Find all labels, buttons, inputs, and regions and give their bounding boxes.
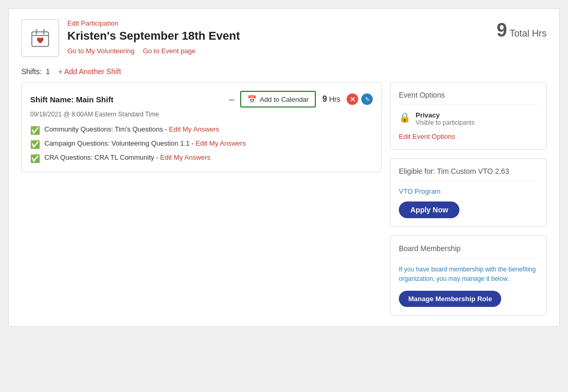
check-icon-community: ✅ — [30, 126, 40, 135]
header-text: Edit Participation Kristen's September 1… — [67, 19, 240, 55]
go-to-event-page-link[interactable]: Go to Event page — [143, 47, 196, 55]
header-links: Go to My Volunteering Go to Event page — [67, 47, 240, 55]
question-label-community: Community Questions: Tim's Questions - — [44, 125, 169, 133]
add-to-calendar-label: Add to Calendar — [259, 96, 309, 103]
shift-name: Shift Name: Main Shift — [30, 95, 222, 104]
add-to-calendar-button[interactable]: 📅 Add to Calendar — [240, 91, 316, 108]
shift-card: Shift Name: Main Shift – 📅 Add to Calend… — [21, 82, 382, 172]
question-text-campaign: Campaign Questions: Volunteering Questio… — [44, 139, 373, 147]
edit-cra-answers-link[interactable]: Edit My Answers — [160, 153, 210, 161]
event-icon-box — [21, 19, 59, 57]
edit-campaign-answers-link[interactable]: Edit My Answers — [196, 139, 246, 147]
question-label-cra: CRA Questions: CRA TL Community - — [44, 153, 160, 161]
shift-hrs-label: Hrs — [329, 95, 340, 103]
event-icon-svg — [30, 28, 51, 49]
page-container: Edit Participation Kristen's September 1… — [0, 0, 568, 392]
edit-shift-button[interactable]: ✎ — [361, 93, 373, 105]
edit-community-answers-link[interactable]: Edit My Answers — [169, 125, 219, 133]
content-layout: Shift Name: Main Shift – 📅 Add to Calend… — [21, 82, 547, 316]
shift-minus-button[interactable]: – — [229, 94, 234, 104]
event-title: Kristen's September 18th Event — [67, 29, 240, 43]
shift-hrs-number: 9 — [322, 94, 327, 103]
header-section: Edit Participation Kristen's September 1… — [21, 19, 547, 57]
go-to-my-volunteering-link[interactable]: Go to My Volunteering — [67, 47, 135, 55]
board-membership-card: Board Membership If you have board membe… — [390, 235, 547, 316]
question-item-community: ✅ Community Questions: Tim's Questions -… — [30, 125, 373, 135]
manage-membership-role-button[interactable]: Manage Membership Role — [399, 291, 501, 307]
privacy-text: Privacy Visible to participants — [416, 111, 475, 126]
edit-event-options-link[interactable]: Edit Event Options — [399, 133, 455, 140]
board-membership-description: If you have board membership with the be… — [399, 265, 538, 283]
event-options-card: Event Options 🔒 Privacy Visible to parti… — [390, 82, 547, 150]
total-hrs-display: 9 Total Hrs — [496, 19, 547, 41]
header-left: Edit Participation Kristen's September 1… — [21, 19, 240, 57]
total-hrs-label: Total Hrs — [510, 28, 547, 39]
shift-card-header: Shift Name: Main Shift – 📅 Add to Calend… — [30, 91, 373, 108]
question-list: ✅ Community Questions: Tim's Questions -… — [30, 125, 373, 163]
add-another-shift-button[interactable]: + Add Another Shift — [58, 67, 121, 76]
question-item-cra: ✅ CRA Questions: CRA TL Community - Edit… — [30, 153, 373, 163]
check-icon-campaign: ✅ — [30, 140, 40, 149]
right-panel: Event Options 🔒 Privacy Visible to parti… — [390, 82, 547, 316]
question-text-cra: CRA Questions: CRA TL Community - Edit M… — [44, 153, 373, 161]
privacy-row: 🔒 Privacy Visible to participants — [399, 111, 538, 126]
shifts-header: Shifts: 1 + Add Another Shift — [21, 67, 547, 76]
calendar-icon: 📅 — [247, 95, 256, 103]
privacy-label: Privacy — [416, 111, 475, 119]
shifts-label: Shifts: 1 — [21, 67, 50, 76]
apply-now-button[interactable]: Apply Now — [399, 201, 459, 218]
shift-datetime: 09/18/2021 @ 8:00AM Eastern Standard Tim… — [30, 111, 373, 118]
question-text-community: Community Questions: Tim's Questions - E… — [44, 125, 373, 133]
vto-card: Eligible for: Tim Custom VTO 2.63 VTO Pr… — [390, 158, 547, 227]
lock-icon: 🔒 — [399, 112, 410, 123]
left-panel: Shift Name: Main Shift – 📅 Add to Calend… — [21, 82, 382, 316]
check-icon-cra: ✅ — [30, 154, 40, 163]
question-item-campaign: ✅ Campaign Questions: Volunteering Quest… — [30, 139, 373, 149]
remove-shift-button[interactable]: ✕ — [347, 93, 358, 105]
total-hrs-number: 9 — [496, 19, 507, 41]
action-icons: ✕ ✎ — [347, 93, 373, 105]
event-options-title: Event Options — [399, 91, 538, 105]
edit-participation-label: Edit Participation — [67, 19, 240, 27]
privacy-sub: Visible to participants — [416, 119, 475, 126]
vto-program-link[interactable]: VTO Program — [399, 187, 538, 195]
shift-hrs: 9 Hrs — [322, 94, 340, 104]
main-card: Edit Participation Kristen's September 1… — [8, 8, 560, 327]
question-label-campaign: Campaign Questions: Volunteering Questio… — [44, 139, 196, 147]
shifts-count: 1 — [46, 67, 50, 76]
board-membership-title: Board Membership — [399, 244, 538, 258]
vto-eligible-title: Eligible for: Tim Custom VTO 2.63 — [399, 167, 538, 181]
